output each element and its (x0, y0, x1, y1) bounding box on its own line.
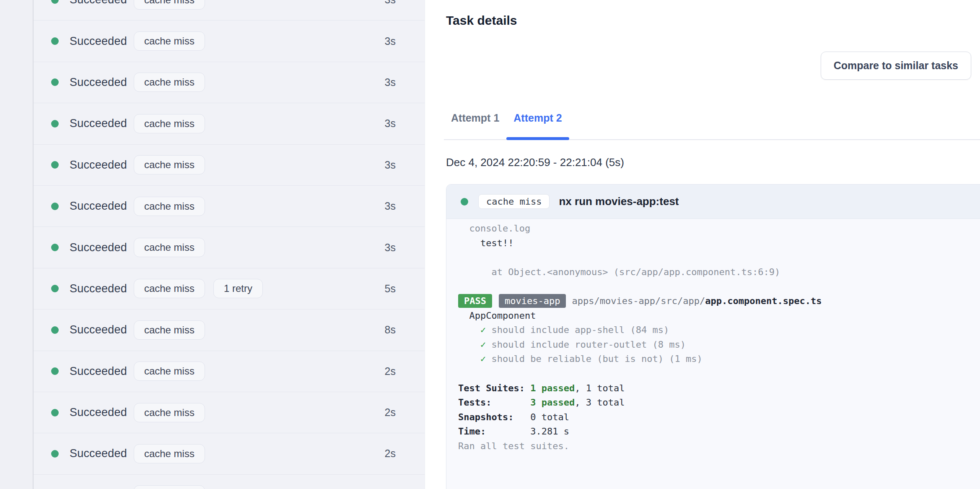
task-row[interactable]: Succeeded cache miss 3s (34, 62, 425, 103)
task-badge: cache miss (134, 0, 205, 10)
attempt-time-range: Dec 4, 2024 22:20:59 - 22:21:04 (5s) (446, 156, 624, 169)
badges: cache miss (134, 114, 213, 133)
task-row[interactable]: Succeeded cache miss (34, 475, 425, 489)
badges: cache miss (134, 197, 213, 216)
status-label: Succeeded (70, 117, 127, 130)
terminal-line: Tests: 3 passed, 3 total (458, 395, 977, 410)
task-row[interactable]: Succeeded cache miss 2s (34, 351, 425, 392)
status-label: Succeeded (70, 282, 127, 295)
duration-label: 3s (385, 35, 396, 47)
status-label: Succeeded (70, 159, 127, 172)
status-label: Succeeded (70, 76, 127, 89)
terminal-line: ✓ should include router-outlet (8 ms) (458, 338, 977, 352)
badges: cache miss (134, 444, 213, 463)
task-row[interactable]: Succeeded cache miss 3s (34, 145, 425, 186)
status-dot-icon (51, 244, 59, 251)
badges: cache miss (134, 403, 213, 422)
task-badge: 1 retry (213, 279, 263, 298)
task-row[interactable]: Succeeded cache miss 3s (34, 103, 425, 144)
duration-label: 3s (385, 76, 396, 88)
task-row[interactable]: Succeeded cache miss 3s (34, 186, 425, 227)
tab-attempt-1[interactable]: Attempt 1 (444, 96, 506, 139)
status-label: Succeeded (70, 406, 127, 419)
task-row[interactable]: Succeeded cache miss 3s (34, 227, 425, 268)
status-dot-icon (51, 326, 59, 334)
terminal-line (458, 367, 977, 381)
status-label: Succeeded (70, 323, 127, 336)
duration-label: 3s (385, 200, 396, 212)
cache-miss-badge: cache miss (478, 194, 550, 209)
terminal-line: Test Suites: 1 passed, 1 total (458, 381, 977, 396)
badges: cache miss (134, 155, 213, 174)
status-dot-icon (51, 285, 59, 292)
duration-label: 2s (385, 406, 396, 419)
tasks-list-panel: Succeeded cache miss 3s Succeeded cache … (0, 0, 425, 489)
status-dot-icon (51, 0, 59, 4)
status-dot-icon (51, 37, 59, 45)
task-row[interactable]: Succeeded cache miss 8s (34, 310, 425, 351)
terminal-line (458, 279, 977, 294)
tab-attempt-2[interactable]: Attempt 2 (506, 96, 569, 139)
task-badge: cache miss (134, 31, 205, 51)
duration-label: 5s (385, 283, 396, 295)
duration-label: 8s (385, 324, 396, 336)
duration-label: 2s (385, 365, 396, 377)
terminal-line (458, 250, 977, 265)
status-dot-icon (51, 78, 59, 86)
task-details-panel: Task details Compare to similar tasks At… (425, 0, 980, 489)
terminal-line: PASSmovies-appapps/movies-app/src/app/ap… (458, 294, 977, 309)
task-row[interactable]: Succeeded cache miss 3s (34, 0, 425, 21)
badges: cache miss (134, 485, 213, 489)
duration-label: 3s (385, 117, 396, 130)
badges: cache miss (134, 320, 213, 340)
badges: cache miss (134, 0, 213, 10)
task-row[interactable]: Succeeded cache miss 2s (34, 433, 425, 474)
status-dot-icon (51, 409, 59, 416)
terminal-line: AppComponent (458, 309, 977, 323)
terminal-line: Time: 3.281 s (458, 424, 977, 439)
terminal-line: ✓ should be reliable (but is not) (1 ms) (458, 352, 977, 367)
status-label: Succeeded (70, 447, 127, 460)
status-label: Succeeded (70, 241, 127, 254)
badges: cache miss (134, 73, 213, 92)
page-title: Task details (446, 13, 517, 28)
status-dot-icon (51, 367, 59, 375)
terminal-line: console.log (458, 221, 977, 236)
task-badge: cache miss (134, 73, 205, 92)
task-row[interactable]: Succeeded cache miss 3s (34, 21, 425, 62)
badges: cache miss (134, 362, 213, 381)
duration-label: 3s (385, 242, 396, 254)
task-card-header[interactable]: cache miss nx run movies-app:test (446, 185, 980, 219)
tasks-list: Succeeded cache miss 3s Succeeded cache … (33, 0, 425, 489)
task-badge: cache miss (134, 155, 205, 174)
task-badge: cache miss (134, 279, 205, 298)
terminal-line: Snapshots: 0 total (458, 410, 977, 425)
task-command: nx run movies-app:test (559, 195, 679, 208)
terminal-line: test!! (458, 236, 977, 251)
task-badge: cache miss (134, 444, 205, 463)
status-dot-icon (51, 203, 59, 210)
compare-similar-tasks-button[interactable]: Compare to similar tasks (821, 52, 971, 80)
task-row[interactable]: Succeeded cache miss1 retry 5s (34, 268, 425, 310)
task-row[interactable]: Succeeded cache miss 2s (34, 392, 425, 433)
task-badge: cache miss (134, 485, 205, 489)
terminal-line: at Object.<anonymous> (src/app/app.compo… (458, 265, 977, 280)
task-badge: cache miss (134, 238, 205, 257)
attempts-tabs: Attempt 1Attempt 2 (444, 96, 980, 140)
task-output-card: cache miss nx run movies-app:test consol… (446, 184, 980, 489)
duration-label: 3s (385, 159, 396, 171)
badges: cache miss1 retry (134, 279, 271, 298)
status-label: Succeeded (70, 365, 127, 378)
status-dot-icon (51, 161, 59, 169)
status-label: Succeeded (70, 0, 127, 6)
task-badge: cache miss (134, 403, 205, 422)
task-badge: cache miss (134, 362, 205, 381)
duration-label: 3s (385, 0, 396, 6)
badges: cache miss (134, 238, 213, 257)
badges: cache miss (134, 31, 213, 51)
terminal-line: ✓ should include app-shell (84 ms) (458, 323, 977, 338)
task-badge: cache miss (134, 320, 205, 340)
status-label: Succeeded (70, 200, 127, 213)
terminal-output[interactable]: console.log test!! at Object.<anonymous>… (446, 219, 980, 489)
status-dot-icon (51, 120, 59, 127)
